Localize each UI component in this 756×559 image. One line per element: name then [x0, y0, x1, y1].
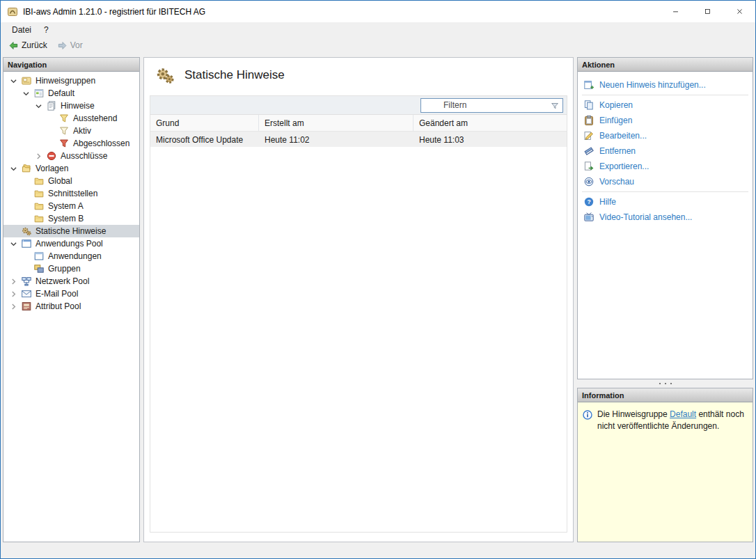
- menu-bar: Datei?: [1, 22, 755, 37]
- preview-icon: [583, 176, 594, 187]
- column-header-erstellt-am[interactable]: Erstellt am: [259, 115, 414, 131]
- folders-icon: [21, 163, 32, 174]
- chevron-right-icon[interactable]: [8, 276, 19, 287]
- navigation-tree: HinweisgruppenDefaultHinweiseAusstehendA…: [3, 72, 139, 313]
- action-label: Video-Tutorial ansehen...: [599, 212, 692, 222]
- resize-grip[interactable]: [743, 547, 753, 557]
- tree-item-anwendungs-pool[interactable]: Anwendungs Pool: [3, 237, 139, 250]
- filter-input[interactable]: Filtern: [420, 98, 563, 113]
- tree-item-label: Attribut Pool: [36, 301, 81, 311]
- action-einfügen[interactable]: Einfügen: [578, 113, 753, 128]
- chevron-down-icon[interactable]: [8, 239, 19, 249]
- tree-item-vorlagen[interactable]: Vorlagen: [3, 162, 139, 175]
- actions-panel-header: Aktionen: [578, 58, 753, 72]
- tree-item-gruppen[interactable]: Gruppen: [3, 262, 139, 275]
- information-text-before: Die Hinweisgruppe: [597, 409, 670, 419]
- table-cell: Heute 11:02: [259, 132, 414, 147]
- notice-group-icon: [21, 75, 32, 86]
- chevron-right-icon[interactable]: [8, 301, 19, 312]
- gears-icon: [155, 65, 175, 86]
- column-header-geändert-am[interactable]: Geändert am: [414, 115, 567, 131]
- notices-grid: Filtern GrundErstellt amGeändert am Micr…: [150, 95, 567, 533]
- tree-item-ausstehend[interactable]: Ausstehend: [3, 112, 139, 125]
- window-title: IBI-aws Admin 1.21.0 - registriert für I…: [23, 7, 205, 17]
- expander-spacer: [21, 214, 31, 224]
- table-row[interactable]: Microsoft Office UpdateHeute 11:02Heute …: [150, 132, 567, 147]
- action-kopieren[interactable]: Kopieren: [578, 97, 753, 113]
- content-header: Statische Hinweise: [144, 58, 573, 93]
- forward-button-label: Vor: [70, 40, 83, 50]
- action-vorschau[interactable]: Vorschau: [578, 174, 753, 189]
- tree-item-ausschlüsse[interactable]: Ausschlüsse: [3, 150, 139, 162]
- tree-item-hinweise[interactable]: Hinweise: [3, 100, 139, 112]
- tree-item-abgeschlossen[interactable]: Abgeschlossen: [3, 137, 139, 150]
- action-label: Kopieren: [599, 100, 633, 110]
- maximize-icon: [704, 8, 711, 15]
- network-icon: [21, 276, 32, 287]
- action-label: Exportieren...: [599, 162, 649, 171]
- maximize-button[interactable]: [691, 1, 723, 22]
- tree-item-schnittstellen[interactable]: Schnittstellen: [3, 187, 139, 200]
- tree-item-label: Anwendungs Pool: [36, 239, 103, 249]
- chevron-right-icon[interactable]: [33, 151, 44, 162]
- action-entfernen[interactable]: Entfernen: [578, 143, 753, 159]
- toolbar: Zurück Vor: [1, 37, 755, 54]
- funnel-pending-icon: [58, 113, 70, 124]
- expander-spacer: [21, 201, 31, 212]
- close-button[interactable]: [723, 1, 755, 22]
- action-label: Bearbeiten...: [599, 131, 647, 141]
- actions-list: Neuen Hinweis hinzufügen...KopierenEinfü…: [578, 72, 753, 225]
- chevron-right-icon[interactable]: [8, 289, 19, 299]
- tree-item-label: Default: [48, 88, 74, 98]
- menu-item-?[interactable]: ?: [38, 24, 55, 36]
- app-pool-icon: [21, 238, 32, 249]
- actions-panel: Aktionen Neuen Hinweis hinzufügen...Kopi…: [577, 57, 753, 379]
- tree-item-statische-hinweise[interactable]: Statische Hinweise: [3, 225, 139, 237]
- chevron-down-icon[interactable]: [8, 76, 19, 86]
- email-icon: [21, 288, 32, 299]
- action-hilfe[interactable]: ?Hilfe: [578, 194, 753, 210]
- tree-item-system-a[interactable]: System A: [3, 200, 139, 212]
- forward-arrow-icon: [57, 40, 68, 51]
- tree-item-global[interactable]: Global: [3, 175, 139, 187]
- menu-item-datei[interactable]: Datei: [6, 24, 38, 36]
- tree-item-anwendungen[interactable]: Anwendungen: [3, 250, 139, 262]
- expander-spacer: [21, 189, 31, 199]
- action-neuen-hinweis-hinzufügen[interactable]: Neuen Hinweis hinzufügen...: [578, 77, 753, 93]
- chevron-down-icon[interactable]: [8, 164, 19, 174]
- back-button[interactable]: Zurück: [4, 39, 52, 52]
- action-bearbeiten[interactable]: Bearbeiten...: [578, 128, 753, 143]
- default-group-link[interactable]: Default: [670, 409, 696, 419]
- chevron-down-icon[interactable]: [33, 101, 44, 111]
- tree-item-hinweisgruppen[interactable]: Hinweisgruppen: [3, 74, 139, 87]
- tree-item-aktiv[interactable]: Aktiv: [3, 125, 139, 137]
- tree-item-label: Ausstehend: [73, 113, 117, 123]
- close-icon: [736, 8, 743, 15]
- action-label: Vorschau: [599, 177, 634, 187]
- tree-item-system-b[interactable]: System B: [3, 212, 139, 225]
- expander-spacer: [21, 176, 31, 187]
- filter-funnel-icon[interactable]: [550, 101, 560, 111]
- action-label: Hilfe: [599, 197, 616, 207]
- tree-item-label: System A: [48, 201, 84, 211]
- forward-button[interactable]: Vor: [53, 39, 87, 52]
- edit-icon: [583, 130, 594, 141]
- tree-item-default[interactable]: Default: [3, 87, 139, 100]
- tree-item-netzwerk-pool[interactable]: Netzwerk Pool: [3, 275, 139, 288]
- right-column: Aktionen Neuen Hinweis hinzufügen...Kopi…: [577, 57, 753, 542]
- panel-splitter[interactable]: [577, 379, 753, 388]
- chevron-down-icon[interactable]: [21, 88, 31, 99]
- action-exportieren[interactable]: Exportieren...: [578, 159, 753, 174]
- column-header-grund[interactable]: Grund: [150, 115, 259, 131]
- app-logo-icon: [7, 6, 18, 17]
- splitter-dots-icon: [657, 381, 674, 386]
- tree-item-e-mail-pool[interactable]: E-Mail Pool: [3, 288, 139, 300]
- tree-item-label: System B: [48, 214, 84, 223]
- tree-item-label: Schnittstellen: [48, 189, 97, 198]
- navigation-panel: Navigation HinweisgruppenDefaultHinweise…: [3, 57, 140, 542]
- tree-item-label: Ausschlüsse: [61, 151, 107, 161]
- export-icon: [583, 161, 594, 172]
- tree-item-attribut-pool[interactable]: Attribut Pool: [3, 300, 139, 313]
- action-video-tutorial-ansehen[interactable]: Video-Tutorial ansehen...: [578, 210, 753, 225]
- minimize-button[interactable]: [659, 1, 691, 22]
